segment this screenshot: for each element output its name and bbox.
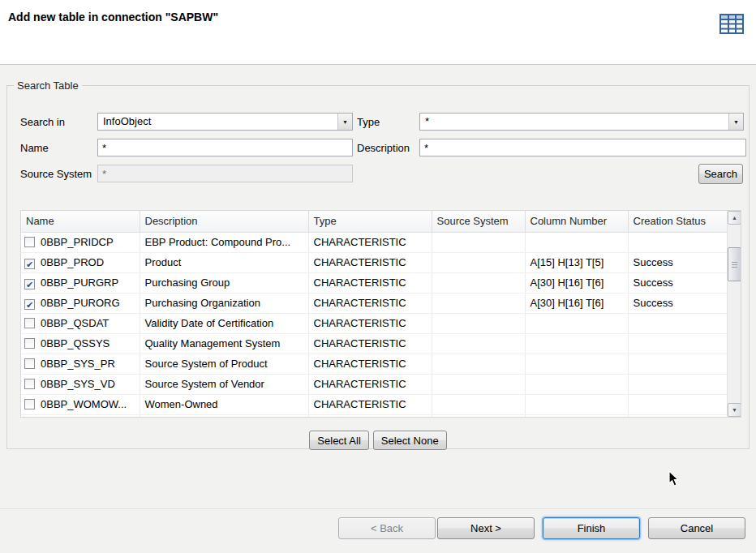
- chevron-down-icon[interactable]: ▼: [728, 114, 743, 130]
- selection-buttons: Select All Select None: [7, 431, 749, 450]
- row-name: 0BBP_PURGRP: [41, 276, 118, 289]
- row-creation-status: [628, 232, 727, 252]
- search-button[interactable]: Search: [698, 164, 743, 184]
- table-row[interactable]: ✔0BBP_PROD Product CHARACTERISTIC A[15] …: [21, 252, 727, 272]
- column-header-creation-status[interactable]: Creation Status: [628, 211, 727, 232]
- row-type: CHARACTERISTIC: [308, 374, 432, 394]
- search-table-group: Search Table Search in InfoObject ▼ Type…: [6, 79, 750, 449]
- row-checkbox[interactable]: ✔: [24, 259, 35, 269]
- table-row[interactable]: ✔0BBP_PURORG Purchasing Organization CHA…: [21, 293, 727, 313]
- row-source-system: [432, 333, 525, 354]
- row-name: 0BBP_SYS_PR: [41, 358, 115, 370]
- column-header-column-number[interactable]: Column Number: [525, 211, 628, 232]
- row-source-system: [432, 272, 525, 293]
- scroll-up-icon[interactable]: ▲: [728, 211, 741, 225]
- table-header-row: Name Description Type Source System Colu…: [21, 211, 727, 232]
- row-type: CHARACTERISTIC: [308, 333, 432, 354]
- finish-button[interactable]: Finish: [543, 517, 640, 539]
- row-source-system: [432, 313, 525, 333]
- row-creation-status: [628, 354, 727, 374]
- row-description: EBP Product: Compound Pro...: [140, 232, 308, 252]
- search-in-label: Search in: [20, 116, 65, 128]
- row-column-number: A[15] H[13] T[5]: [525, 252, 628, 272]
- chevron-down-icon[interactable]: ▼: [337, 114, 352, 130]
- table-row[interactable]: 0BBP_SYS_PR Source System of Product CHA…: [21, 354, 727, 374]
- row-name: 0BBP_QSDAT: [41, 317, 109, 329]
- row-source-system: [432, 414, 525, 417]
- column-header-type[interactable]: Type: [308, 211, 432, 232]
- name-input[interactable]: [97, 139, 353, 156]
- column-header-name[interactable]: Name: [21, 211, 140, 232]
- row-column-number: [525, 232, 628, 252]
- row-type: CHARACTERISTIC: [308, 313, 432, 333]
- row-creation-status: [628, 394, 727, 414]
- row-checkbox[interactable]: [24, 379, 35, 389]
- source-system-input: [97, 165, 353, 182]
- row-type: CHARACTERISTIC: [308, 272, 432, 293]
- row-checkbox[interactable]: ✔: [24, 299, 35, 310]
- row-type: CHARACTERISTIC: [308, 354, 432, 374]
- source-system-label: Source System: [20, 168, 92, 180]
- row-checkbox[interactable]: [24, 318, 35, 328]
- row-column-number: A[30] H[16] T[6]: [525, 272, 628, 293]
- name-label: Name: [20, 142, 49, 154]
- type-value: *: [420, 114, 728, 130]
- row-creation-status: [628, 374, 727, 394]
- dialog-header: Add new table in connection "SAPBW": [0, 0, 756, 65]
- back-button: < Back: [338, 517, 436, 539]
- row-column-number: [525, 394, 628, 414]
- row-source-system: [432, 293, 525, 313]
- table-row[interactable]: 0BBP_SYS_VD Source System of Vendor CHAR…: [21, 374, 727, 394]
- row-description: Purchasing Group: [140, 272, 308, 293]
- row-type: CHARACTERISTIC: [308, 394, 432, 414]
- table-grid-icon: [719, 13, 745, 36]
- select-none-button[interactable]: Select None: [373, 431, 447, 450]
- add-table-dialog: Add new table in connection "SAPBW" Sear…: [0, 0, 756, 553]
- row-creation-status: Success: [628, 252, 727, 272]
- row-creation-status: [628, 333, 727, 354]
- row-column-number: [525, 354, 628, 374]
- row-description: Purchasing Organization: [140, 293, 308, 313]
- row-description: Source System of Product: [140, 354, 308, 374]
- row-type: [308, 414, 432, 417]
- page-title: Add new table in connection "SAPBW": [8, 11, 218, 24]
- search-in-dropdown[interactable]: InfoObject ▼: [97, 113, 353, 131]
- type-dropdown[interactable]: * ▼: [419, 113, 744, 131]
- row-description: Women-Owned: [140, 394, 308, 414]
- column-header-source-system[interactable]: Source System: [432, 211, 525, 232]
- row-column-number: [525, 374, 628, 394]
- mouse-cursor-icon: [668, 470, 680, 487]
- table-row[interactable]: 0BBP_WOMOW... Women-Owned CHARACTERISTIC: [21, 394, 727, 414]
- row-creation-status: Success: [628, 272, 727, 293]
- row-name: 0BBP_QSSYS: [41, 337, 110, 349]
- table-row[interactable]: 0BBP_QSDAT Validity Date of Certificatio…: [21, 313, 727, 333]
- row-checkbox[interactable]: [24, 399, 35, 409]
- table-row[interactable]: ✔0BBP_PURGRP Purchasing Group CHARACTERI…: [21, 272, 727, 293]
- row-description: Validity Date of Certification: [140, 313, 308, 333]
- table-row[interactable]: [21, 414, 727, 417]
- row-description: Quality Management System: [140, 333, 308, 354]
- row-description: Source System of Vendor: [140, 374, 308, 394]
- cancel-button[interactable]: Cancel: [648, 517, 745, 539]
- column-header-description[interactable]: Description: [140, 211, 308, 232]
- row-type: CHARACTERISTIC: [308, 293, 432, 313]
- select-all-button[interactable]: Select All: [309, 431, 368, 450]
- row-name: 0BBP_PRIDCP: [41, 236, 114, 248]
- row-creation-status: Success: [628, 293, 727, 313]
- row-checkbox[interactable]: ✔: [24, 279, 35, 289]
- next-button[interactable]: Next >: [437, 517, 535, 539]
- row-description: Product: [140, 252, 308, 272]
- row-type: CHARACTERISTIC: [308, 232, 432, 252]
- row-checkbox[interactable]: [24, 358, 35, 369]
- scrollbar-thumb[interactable]: [728, 247, 741, 281]
- search-in-value: InfoObject: [98, 114, 337, 130]
- row-checkbox[interactable]: [24, 237, 35, 247]
- scroll-down-icon[interactable]: ▼: [728, 403, 741, 417]
- row-column-number: [525, 313, 628, 333]
- row-creation-status: [628, 414, 727, 417]
- vertical-scrollbar[interactable]: ▲ ▼: [727, 211, 741, 417]
- table-row[interactable]: 0BBP_PRIDCP EBP Product: Compound Pro...…: [21, 232, 727, 252]
- table-row[interactable]: 0BBP_QSSYS Quality Management System CHA…: [21, 333, 727, 354]
- description-input[interactable]: [419, 139, 746, 156]
- row-checkbox[interactable]: [24, 338, 35, 349]
